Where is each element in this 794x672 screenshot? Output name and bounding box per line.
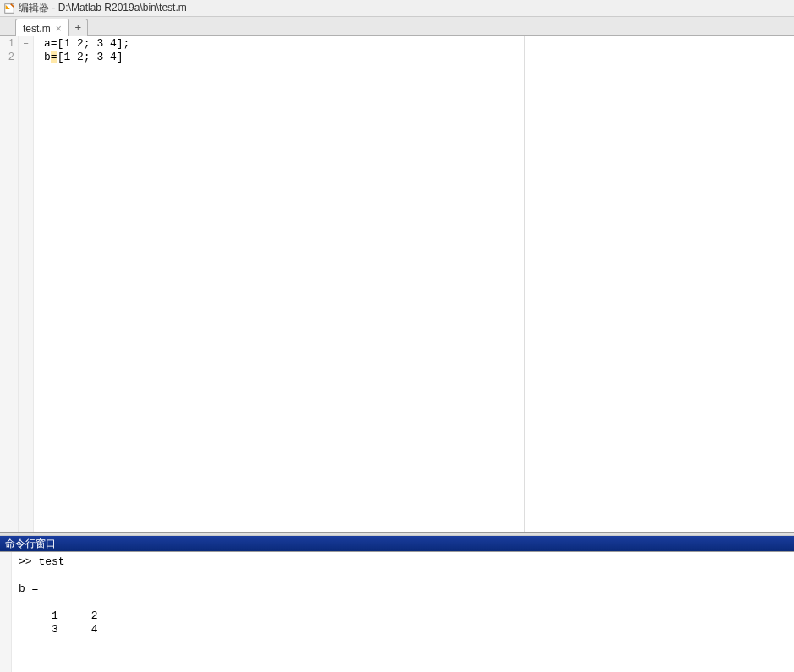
right-margin-line: [524, 36, 525, 532]
cmd-output-row: 3 4: [19, 623, 787, 636]
tab-label: test.m: [23, 23, 51, 35]
exec-dash: –: [19, 37, 33, 51]
code-line: b=[1 2; 3 4]: [44, 51, 794, 64]
cmd-cursor-line: [19, 569, 787, 582]
cmd-output-line: b =: [19, 582, 787, 596]
code-body[interactable]: a=[1 2; 3 4]; b=[1 2; 3 4]: [34, 36, 794, 532]
window-title: 编辑器 - D:\Matlab R2019a\bin\test.m: [19, 1, 187, 15]
cmd-prompt-line: >> test: [19, 555, 787, 569]
command-window-title-bar: 命令行窗口: [0, 536, 794, 551]
line-number: 1: [0, 37, 18, 51]
tab-add-button[interactable]: +: [69, 19, 88, 36]
code-line: a=[1 2; 3 4];: [44, 37, 794, 51]
tab-strip: test.m × +: [0, 17, 794, 36]
line-number: 2: [0, 51, 18, 64]
tab-close-icon[interactable]: ×: [56, 24, 62, 34]
command-gutter: [0, 552, 12, 672]
cmd-blank-line: [19, 596, 787, 609]
editor-area: 1 2 – – a=[1 2; 3 4]; b=[1 2; 3 4]: [0, 36, 794, 533]
exec-dash: –: [19, 51, 33, 64]
cmd-output-row: 1 2: [19, 609, 787, 623]
breakpoint-gutter[interactable]: – –: [19, 36, 34, 532]
text-cursor: [19, 570, 19, 582]
line-number-gutter: 1 2: [0, 36, 19, 532]
command-window: >> test b = 1 2 3 4: [0, 551, 794, 672]
command-body[interactable]: >> test b = 1 2 3 4: [12, 552, 794, 672]
tab-active[interactable]: test.m ×: [15, 19, 69, 36]
title-bar: 编辑器 - D:\Matlab R2019a\bin\test.m: [0, 0, 794, 17]
command-window-title: 命令行窗口: [5, 537, 56, 551]
highlight: =: [51, 51, 57, 63]
editor-icon: [3, 3, 15, 14]
code-container: a=[1 2; 3 4]; b=[1 2; 3 4]: [34, 36, 794, 532]
